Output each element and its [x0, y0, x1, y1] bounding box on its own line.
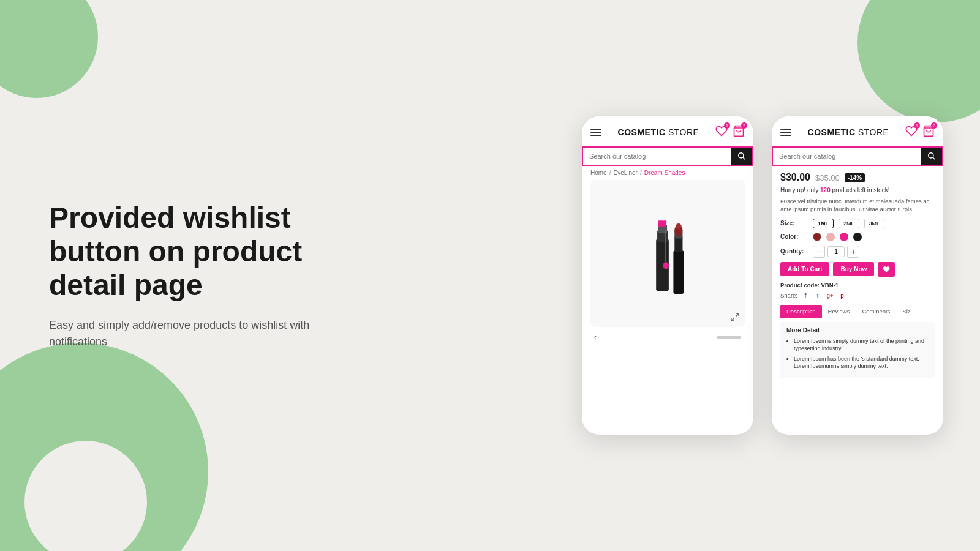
breadcrumb-home[interactable]: Home [590, 170, 607, 176]
heart-badge-right: 1 [914, 122, 920, 129]
store-title-bold-right: COSMETIC [808, 127, 856, 137]
product-image-area [590, 180, 745, 327]
hamburger-icon-right[interactable] [780, 129, 791, 136]
size-btn-1ml[interactable]: 1ML [813, 219, 834, 228]
discount-badge: -14% [845, 173, 865, 182]
store-title-bold-left: COSMETIC [618, 127, 666, 137]
tab-siz[interactable]: Siz [896, 305, 916, 318]
size-btn-3ml[interactable]: 3ML [864, 219, 885, 228]
phones-container: COSMETIC STORE 1 2 [582, 116, 943, 435]
hurry-text: Hurry up! only 120 products left in stoc… [780, 187, 935, 193]
breadcrumb-eyeliner[interactable]: EyeLiner [613, 170, 637, 176]
share-label: Share: [780, 292, 797, 299]
svg-point-9 [676, 223, 681, 229]
breadcrumb-active[interactable]: Dream Shades [644, 170, 685, 176]
quantity-label: Quntity: [780, 248, 808, 255]
quantity-row: Quntity: − + [780, 246, 935, 258]
price-row: $30.00 $35.00 -14% [780, 172, 935, 183]
blob-bottom-left-inner [24, 441, 147, 551]
store-title-light-right: STORE [856, 127, 889, 137]
wishlist-heart-icon [883, 266, 890, 273]
wishlist-icon-wrapper-left[interactable]: 1 [715, 125, 728, 140]
twitter-icon[interactable]: t [813, 291, 822, 300]
breadcrumb-left: Home / EyeLiner / Dream Shades [582, 166, 753, 180]
price-old: $35.00 [815, 173, 840, 182]
search-icon-right [927, 152, 936, 160]
breadcrumb-sep1: / [609, 170, 611, 176]
svg-point-11 [663, 262, 668, 269]
search-icon-left [737, 152, 746, 160]
color-dot-2[interactable] [840, 233, 848, 241]
tab-reviews[interactable]: Reviews [822, 305, 856, 318]
bottom-indicator-left [717, 336, 741, 339]
phone-bottom-right: ‹ [772, 428, 943, 435]
main-heading: Provided wishlist button on product deta… [49, 201, 343, 302]
tabs-row: Description Reviews Comments Siz [780, 305, 935, 318]
search-input-right[interactable] [773, 148, 921, 164]
price-current: $30.00 [780, 172, 810, 183]
phone-bottom-left: ‹ [582, 327, 753, 348]
bottom-arrow-left[interactable]: ‹ [594, 333, 597, 342]
color-row: Color: [780, 233, 935, 241]
facebook-icon[interactable]: f [801, 291, 810, 300]
blob-top-left [0, 0, 98, 98]
add-to-cart-button[interactable]: Add To Cart [780, 262, 829, 276]
breadcrumb-sep2: / [640, 170, 642, 176]
pinterest-icon[interactable]: p [838, 291, 846, 300]
svg-rect-6 [674, 236, 682, 252]
left-text-section: Provided wishlist button on product deta… [49, 201, 343, 350]
phone-right: COSMETIC STORE 1 2 [772, 116, 943, 435]
size-btn-2ml[interactable]: 2ML [839, 219, 859, 228]
bottom-arrow-right[interactable]: ‹ [784, 434, 786, 435]
color-label: Color: [780, 233, 808, 240]
color-dot-0[interactable] [813, 233, 821, 241]
search-input-left[interactable] [583, 148, 731, 164]
more-detail-item-2: Lorem Ipsum has been the 's standard dum… [794, 355, 929, 370]
phone-left: COSMETIC STORE 1 2 [582, 116, 753, 435]
search-button-right[interactable] [921, 148, 942, 165]
hurry-before: Hurry up! only [780, 187, 820, 193]
product-code-label: Product code: [780, 282, 820, 288]
qty-increase[interactable]: + [847, 246, 859, 258]
product-description: Fusce vel tristique nunc. Interdum et ma… [780, 197, 935, 214]
search-bar-right [772, 146, 943, 166]
product-detail: $30.00 $35.00 -14% Hurry up! only 120 pr… [772, 166, 943, 428]
svg-rect-4 [658, 220, 666, 226]
google-plus-icon[interactable]: g+ [826, 291, 834, 300]
tab-description[interactable]: Description [780, 305, 822, 318]
hamburger-icon-left[interactable] [590, 129, 601, 136]
wishlist-button[interactable] [878, 262, 895, 277]
color-dot-1[interactable] [826, 233, 835, 241]
expand-icon[interactable] [730, 312, 740, 322]
size-label: Size: [780, 220, 808, 227]
header-icons-right: 1 2 [905, 125, 935, 140]
more-detail-list: Lorem Ipsum is simply dummy text of the … [786, 337, 929, 370]
search-button-left[interactable] [731, 148, 752, 165]
wishlist-icon-wrapper-right[interactable]: 1 [905, 125, 918, 140]
store-title-light-left: STORE [666, 127, 699, 137]
qty-input[interactable] [827, 246, 845, 257]
quantity-controls: − + [813, 246, 859, 258]
color-dot-3[interactable] [853, 233, 862, 241]
lipstick-image [637, 204, 698, 302]
hurry-highlight: 120 [820, 187, 831, 193]
product-code-row: Product code: VBN-1 [780, 282, 935, 288]
cart-icon-wrapper-left[interactable]: 2 [733, 125, 745, 140]
tab-comments[interactable]: Comments [856, 305, 896, 318]
header-icons-left: 1 2 [715, 125, 745, 140]
cart-badge-left: 2 [741, 122, 747, 129]
more-detail-title: More Detail [786, 327, 929, 334]
blob-top-right [858, 0, 980, 122]
cart-badge-right: 2 [931, 122, 937, 129]
qty-decrease[interactable]: − [813, 246, 825, 258]
phone-left-header: COSMETIC STORE 1 2 [582, 116, 753, 146]
sub-text: Easy and simply add/remove products to w… [49, 317, 343, 350]
cart-icon-wrapper-right[interactable]: 2 [922, 125, 935, 140]
buy-now-button[interactable]: Buy Now [833, 262, 874, 276]
phone-right-header: COSMETIC STORE 1 2 [772, 116, 943, 146]
heart-badge-left: 1 [724, 122, 730, 129]
hurry-after: products left in stock! [831, 187, 890, 193]
product-code-value: VBN-1 [821, 282, 839, 288]
more-detail-item-1: Lorem Ipsum is simply dummy text of the … [794, 337, 929, 353]
blob-bottom-left [0, 343, 208, 551]
